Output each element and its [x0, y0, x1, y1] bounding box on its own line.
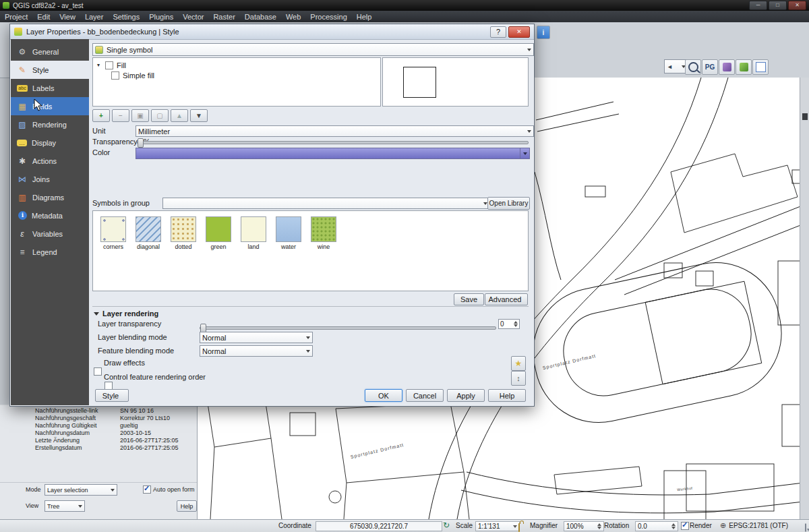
- spin-down-icon[interactable]: [514, 324, 518, 327]
- ok-button[interactable]: OK: [365, 389, 402, 402]
- messages-icon[interactable]: [805, 523, 806, 532]
- symbol-preset[interactable]: dotted: [167, 216, 200, 250]
- menu-layer[interactable]: Layer: [80, 11, 109, 22]
- menu-edit[interactable]: Edit: [32, 11, 55, 22]
- sidebar-item-joins[interactable]: ⋈ Joins: [11, 170, 89, 188]
- slider-handle[interactable]: [138, 138, 144, 148]
- symbols-group-select[interactable]: [162, 198, 490, 209]
- style-menu-button[interactable]: Style: [95, 389, 129, 402]
- layer-blending-select[interactable]: Normal: [200, 332, 313, 343]
- add-symbol-layer-button[interactable]: +: [92, 109, 110, 122]
- sidebar-item-rendering[interactable]: ▨ Rendering: [11, 115, 89, 134]
- add-postgis-layer-icon[interactable]: PG: [702, 59, 718, 75]
- minimize-icon[interactable]: [749, 1, 767, 10]
- zoom-icon[interactable]: [685, 59, 701, 75]
- help-button[interactable]: Help: [488, 389, 526, 402]
- magnifier-spinbox[interactable]: 100%: [564, 521, 604, 531]
- symbol-preset[interactable]: green: [202, 216, 235, 250]
- menu-settings[interactable]: Settings: [108, 11, 144, 22]
- menu-web[interactable]: Web: [281, 11, 305, 22]
- add-vector-layer-icon[interactable]: [736, 59, 752, 75]
- crs-status-button[interactable]: ⊕ EPSG:21781 (OTF): [720, 521, 788, 530]
- dialog-close-icon[interactable]: [508, 26, 530, 38]
- remove-symbol-layer-button[interactable]: −: [112, 109, 129, 122]
- duplicate-symbol-layer-button[interactable]: ▢: [151, 109, 169, 122]
- define-order-icon[interactable]: ↕: [511, 371, 526, 386]
- sidebar-item-style[interactable]: ✎ Style: [11, 61, 89, 79]
- symbol-layer-tree[interactable]: ▾ Fill Simple fill: [92, 57, 381, 107]
- map-label: Werkhof: [677, 486, 693, 492]
- maximize-icon[interactable]: [769, 1, 787, 10]
- save-style-button[interactable]: Save: [454, 293, 484, 305]
- sidebar-item-actions[interactable]: ✱ Actions: [11, 152, 89, 170]
- sidebar-item-labels[interactable]: abc Labels: [11, 79, 89, 97]
- view-select[interactable]: Tree: [44, 500, 85, 512]
- coordinate-field[interactable]: 675030.9,221720.7: [316, 521, 442, 531]
- dialog-help-icon[interactable]: ?: [490, 26, 506, 38]
- close-window-icon[interactable]: [788, 1, 806, 10]
- symbol-preset[interactable]: diagonal: [132, 216, 164, 250]
- rotation-spinbox[interactable]: 0.0: [635, 521, 678, 531]
- color-button[interactable]: [136, 148, 530, 159]
- lock-scale-icon[interactable]: [518, 523, 520, 532]
- advanced-button[interactable]: Advanced: [485, 293, 528, 305]
- identify-features-icon[interactable]: i: [537, 26, 550, 39]
- dock-handle-icon[interactable]: [802, 113, 808, 120]
- panel-help-button[interactable]: Help: [177, 500, 197, 512]
- layer-transparency-spinbox[interactable]: 0: [498, 319, 520, 329]
- customize-effects-icon[interactable]: ★: [511, 356, 526, 371]
- symbol-icon: [95, 46, 103, 54]
- auto-open-form-checkbox[interactable]: [143, 485, 151, 494]
- sidebar-item-display[interactable]: … Display: [11, 134, 89, 152]
- open-library-button[interactable]: Open Library: [487, 197, 530, 210]
- menu-processing[interactable]: Processing: [305, 11, 351, 22]
- sidebar-item-general[interactable]: ⚙ General: [11, 42, 89, 61]
- symbol-preset[interactable]: water: [272, 216, 305, 250]
- lock-symbol-layer-button[interactable]: ▣: [131, 109, 149, 122]
- cancel-button[interactable]: Cancel: [406, 389, 444, 402]
- tree-item-simple-fill[interactable]: Simple fill: [95, 70, 378, 80]
- unit-select[interactable]: Millimeter: [136, 125, 534, 137]
- feature-blending-select[interactable]: Normal: [200, 345, 313, 357]
- sidebar-item-fields[interactable]: ▦ Fields: [11, 97, 89, 115]
- symbol-preset[interactable]: land: [237, 216, 270, 250]
- extent-refresh-icon[interactable]: ↻: [443, 521, 450, 530]
- symbol-preset[interactable]: corners: [97, 216, 129, 250]
- spin-up-icon[interactable]: [514, 321, 518, 324]
- symbol-preset[interactable]: wine: [307, 216, 340, 250]
- renderer-select[interactable]: Single symbol: [92, 43, 534, 56]
- menu-plugins[interactable]: Plugins: [144, 11, 178, 22]
- variable-icon: ε: [17, 229, 28, 239]
- menu-help[interactable]: Help: [352, 11, 377, 22]
- spin-up-icon[interactable]: [597, 523, 601, 526]
- menu-vector[interactable]: Vector: [178, 11, 208, 22]
- apply-button[interactable]: Apply: [447, 389, 485, 402]
- draw-effects-checkbox[interactable]: [94, 367, 102, 376]
- dialog-titlebar[interactable]: Layer Properties - bb_bodenbedeckung | S…: [10, 24, 534, 40]
- transparency-slider[interactable]: [137, 141, 529, 144]
- menu-raster[interactable]: Raster: [208, 11, 239, 22]
- tree-item-fill[interactable]: ▾ Fill: [95, 60, 378, 70]
- layer-rendering-section-header[interactable]: Layer rendering: [94, 309, 158, 318]
- attribute-row: Nachführungsgeschäft Korrektur 70 Lts10: [0, 414, 197, 421]
- mode-select[interactable]: Layer selection: [44, 484, 117, 496]
- menu-database[interactable]: Database: [240, 11, 281, 22]
- spin-down-icon[interactable]: [597, 527, 601, 529]
- sidebar-item-variables[interactable]: ε Variables: [11, 225, 89, 243]
- spin-down-icon[interactable]: [671, 527, 676, 529]
- expander-icon[interactable]: ▾: [95, 62, 102, 68]
- render-checkbox[interactable]: [681, 522, 689, 530]
- spin-up-icon[interactable]: [671, 523, 676, 526]
- sidebar-item-metadata[interactable]: ℹ Metadata: [11, 206, 89, 225]
- sidebar-item-diagrams[interactable]: ▥ Diagrams: [11, 188, 89, 206]
- move-up-button[interactable]: ▲: [171, 109, 188, 122]
- scale-combo[interactable]: 1:1'131: [475, 521, 520, 531]
- move-down-button[interactable]: ▼: [190, 109, 208, 122]
- chevron-down-icon: [306, 336, 310, 341]
- add-delimited-text-layer-icon[interactable]: [752, 59, 769, 75]
- add-spatialite-layer-icon[interactable]: [719, 59, 735, 75]
- sidebar-item-legend[interactable]: ≡ Legend: [11, 243, 89, 261]
- layer-transparency-slider[interactable]: [200, 326, 496, 330]
- menu-view[interactable]: View: [55, 11, 80, 22]
- menu-project[interactable]: Project: [0, 11, 32, 22]
